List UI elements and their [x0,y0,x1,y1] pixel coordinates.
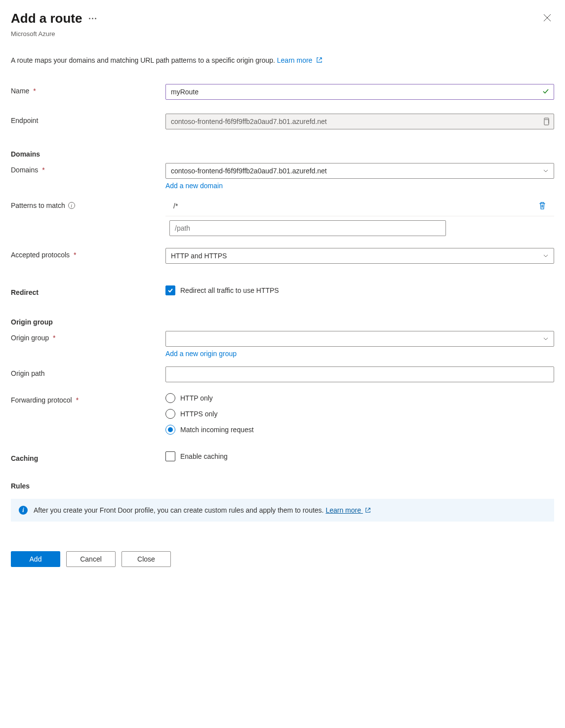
domains-select[interactable]: contoso-frontend-f6f9f9ffb2a0aud7.b01.az… [165,163,554,179]
info-icon: i [19,506,28,515]
origin-path-input[interactable] [165,366,554,382]
origin-group-select[interactable] [165,331,554,347]
redirect-heading: Redirect [11,288,39,296]
pattern-input[interactable] [169,220,446,236]
caching-checkbox-label: Enable caching [180,452,228,460]
info-icon[interactable]: i [68,202,75,209]
rules-heading: Rules [11,482,554,490]
required-marker: * [42,166,44,174]
cancel-button[interactable]: Cancel [66,551,116,567]
close-icon[interactable] [543,14,551,22]
add-origin-group-link[interactable]: Add a new origin group [165,350,237,358]
page-subtitle: Microsoft Azure [11,30,554,38]
copy-icon[interactable] [542,118,550,126]
protocols-label: Accepted protocols [11,251,70,259]
learn-more-link[interactable]: Learn more [277,56,323,64]
chevron-down-icon [543,336,549,342]
origin-group-heading: Origin group [11,318,554,326]
intro-body: A route maps your domains and matching U… [11,56,277,64]
required-marker: * [33,87,36,95]
required-marker: * [53,334,55,342]
domains-label: Domains [11,166,38,174]
check-icon [542,88,549,95]
domains-heading: Domains [11,150,554,158]
learn-more-label: Learn more [277,56,313,64]
endpoint-value: contoso-frontend-f6f9f9ffb2a0aud7.b01.az… [171,118,327,125]
enable-caching-checkbox[interactable] [165,451,175,461]
chevron-down-icon [543,168,549,174]
forwarding-radio-http[interactable]: HTTP only [165,393,554,403]
close-button[interactable]: Close [121,551,171,567]
rules-info-banner: i After you create your Front Door profi… [11,499,554,522]
name-label: Name [11,87,29,95]
svg-rect-2 [544,120,549,125]
name-input[interactable] [165,84,554,100]
radio-label: HTTP only [180,394,213,402]
redirect-checkbox-label: Redirect all traffic to use HTTPS [180,286,279,294]
external-link-icon [316,57,323,63]
trash-icon[interactable] [538,202,546,210]
external-link-icon [365,507,371,513]
forwarding-radio-https[interactable]: HTTPS only [165,409,554,419]
endpoint-label: Endpoint [11,117,38,124]
pattern-value: /* [173,202,533,210]
add-button[interactable]: Add [11,551,60,567]
forwarding-protocol-label: Forwarding protocol [11,396,72,404]
radio-label: HTTPS only [180,410,217,418]
chevron-down-icon [543,253,549,259]
protocols-selected-value: HTTP and HTTPS [171,252,227,260]
required-marker: * [74,251,76,259]
page-title: Add a route [11,11,82,26]
banner-link-label: Learn more [325,506,361,514]
forwarding-radio-match[interactable]: Match incoming request [165,425,554,435]
add-domain-link[interactable]: Add a new domain [165,182,223,190]
origin-group-label: Origin group [11,334,49,342]
domains-selected-value: contoso-frontend-f6f9f9ffb2a0aud7.b01.az… [171,167,327,175]
rules-learn-more-link[interactable]: Learn more [325,506,370,514]
banner-text: After you create your Front Door profile… [34,506,325,514]
caching-heading: Caching [11,454,38,462]
radio-label: Match incoming request [180,426,254,434]
origin-path-label: Origin path [11,369,44,377]
intro-text: A route maps your domains and matching U… [11,56,554,64]
required-marker: * [76,396,79,404]
more-actions-button[interactable] [89,18,96,19]
protocols-select[interactable]: HTTP and HTTPS [165,248,554,264]
redirect-https-checkbox[interactable] [165,285,175,295]
patterns-label: Patterns to match [11,202,65,209]
endpoint-readonly: contoso-frontend-f6f9f9ffb2a0aud7.b01.az… [165,114,554,129]
pattern-row: /* [165,199,554,216]
